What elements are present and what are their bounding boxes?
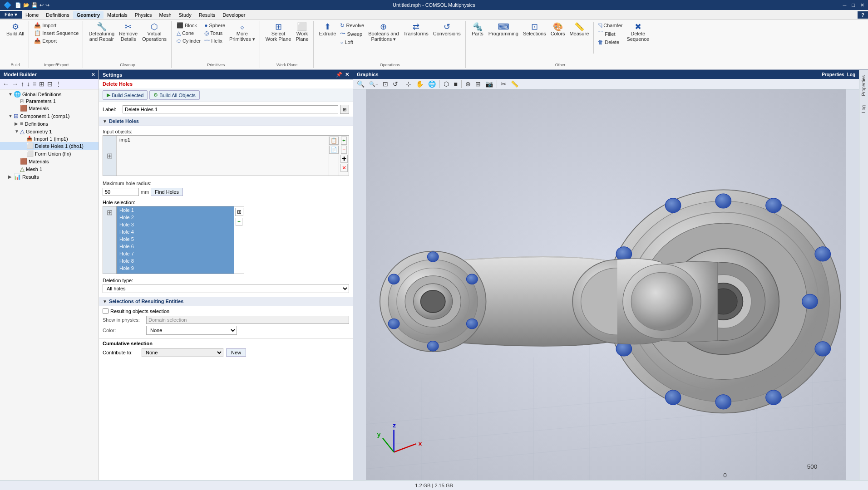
colors-btn[interactable]: 🎨 Colors [549, 22, 567, 37]
measure-btn[interactable]: 📏 Measure [567, 22, 591, 37]
hole-item-7[interactable]: Hole 7 [117, 250, 234, 257]
qa-open[interactable]: 📂 [23, 2, 30, 8]
gfx-pan-btn[interactable]: ✋ [414, 80, 425, 88]
ti-expand3[interactable]: ▼ [8, 113, 14, 118]
properties-tab-right[interactable]: Properties [860, 72, 868, 100]
hole-item-1[interactable]: Hole 1 [117, 206, 234, 214]
fillet-btn[interactable]: ⌒Fillet [597, 29, 624, 38]
gfx-measure-btn[interactable]: 📏 [509, 80, 520, 88]
tree-materials-global[interactable]: 🟫 Materials [0, 104, 99, 112]
qa-save[interactable]: 💾 [31, 2, 38, 8]
contribute-to-select[interactable]: None [142, 348, 223, 357]
menu-file[interactable]: File ▾ [0, 11, 22, 19]
new-btn[interactable]: New [226, 348, 246, 357]
delete-sequence-btn[interactable]: ✖ DeleteSequence [625, 22, 651, 43]
hole-item-6[interactable]: Hole 6 [117, 243, 234, 250]
qa-new[interactable]: 📄 [15, 2, 21, 8]
log-tab-right[interactable]: Log [860, 102, 868, 117]
menu-physics[interactable]: Physics [131, 11, 156, 19]
tree-component-1[interactable]: ▼ ⊞ Component 1 (comp1) [0, 112, 99, 120]
settings-pin-btn[interactable]: 📌 [336, 72, 342, 78]
menu-definitions[interactable]: Definitions [42, 11, 73, 19]
conversions-btn[interactable]: ↺ Conversions [431, 22, 463, 37]
delete-holes-section-header[interactable]: ▼ Delete Holes [99, 117, 353, 126]
hole-item-10[interactable]: Hole 10 [117, 272, 234, 274]
input-obj-imp1[interactable]: imp1 [117, 136, 329, 144]
cylinder-btn[interactable]: ⬭Cylinder [175, 37, 202, 44]
gfx-orbit-btn[interactable]: 🌐 [426, 80, 438, 88]
tree-results[interactable]: ▶ 📊 Results [0, 173, 99, 181]
work-plane-btn[interactable]: ⬜ WorkPlane [294, 22, 310, 43]
settings-label-icon-btn[interactable]: ⊞ [340, 105, 349, 114]
import-btn[interactable]: 📥 Import [33, 22, 58, 29]
build-all-objects-btn[interactable]: ⚙ Build All Objects [149, 90, 199, 100]
tree-form-union[interactable]: ⬜ Form Union (fin) [0, 150, 99, 157]
ti-expand4[interactable]: ▶ [15, 121, 20, 126]
parts-btn[interactable]: 🔩 Parts [469, 22, 486, 37]
settings-close-btn[interactable]: ✕ [345, 72, 349, 78]
gfx-axis-btn[interactable]: ⊕ [464, 80, 473, 88]
hole-item-8[interactable]: Hole 8 [117, 257, 234, 265]
insert-sequence-btn[interactable]: 📋 Insert Sequence [33, 29, 80, 37]
mb-list-btn[interactable]: ≡ [32, 80, 37, 88]
hole-item-5[interactable]: Hole 5 [117, 235, 234, 243]
model-builder-collapse[interactable]: ✕ [91, 72, 95, 77]
booleans-btn[interactable]: ⊕ Booleans andPartitions ▾ [366, 22, 400, 43]
menu-mesh[interactable]: Mesh [156, 11, 175, 19]
tree-geometry-1[interactable]: ▼ △ Geometry 1 [0, 127, 99, 135]
mb-expand-btn[interactable]: ⊞ [38, 80, 45, 88]
io-copy-btn[interactable]: 📋 [329, 137, 339, 145]
block-btn[interactable]: ⬛Block [175, 22, 202, 29]
torus-btn[interactable]: ◎Torus [203, 29, 227, 37]
tree-mesh-1[interactable]: △ Mesh 1 [0, 165, 99, 173]
find-holes-btn[interactable]: Find Holes [151, 188, 183, 196]
gfx-screenshot-btn[interactable]: 📷 [483, 80, 495, 88]
revolve-btn[interactable]: ↻Revolve [339, 22, 365, 29]
build-all-btn[interactable]: ⚙ Build All [5, 22, 26, 37]
cone-btn[interactable]: △Cone [175, 29, 202, 37]
close-btn[interactable]: ✕ [860, 2, 864, 8]
settings-delete-holes-link[interactable]: Delete Holes [99, 79, 353, 88]
help-btn[interactable]: ? [858, 11, 868, 19]
menu-home[interactable]: Home [22, 11, 42, 19]
export-btn[interactable]: 📤 Export [33, 37, 58, 44]
mb-menu-btn[interactable]: ⋮ [54, 80, 63, 88]
tree-definitions[interactable]: ▶ ≡ Definitions [0, 120, 99, 127]
tree-parameters-1[interactable]: Pi Parameters 1 [0, 98, 99, 104]
menu-materials[interactable]: Materials [104, 11, 131, 19]
maximize-btn[interactable]: □ [852, 2, 855, 8]
remove-details-btn[interactable]: ✂ RemoveDetails [117, 22, 139, 43]
ti-expand0[interactable]: ▼ [8, 92, 14, 97]
io-minus-btn[interactable]: − [341, 146, 347, 154]
sphere-btn[interactable]: ●Sphere [203, 22, 227, 29]
select-work-plane-btn[interactable]: ⊞ SelectWork Plane [264, 22, 293, 43]
virtual-ops-btn[interactable]: ⬡ VirtualOperations [140, 22, 168, 43]
sweep-btn[interactable]: 〜Sweep [339, 29, 365, 38]
color-select[interactable]: None Red Blue [146, 326, 237, 335]
gfx-grid-btn[interactable]: ⊞ [473, 80, 483, 88]
settings-label-input[interactable] [123, 105, 338, 113]
transforms-btn[interactable]: ⇄ Transforms [402, 22, 430, 37]
menu-developer[interactable]: Developer [219, 11, 249, 19]
menu-results[interactable]: Results [195, 11, 219, 19]
hole-item-3[interactable]: Hole 3 [117, 221, 234, 228]
menu-geometry[interactable]: Geometry [73, 11, 104, 19]
helix-btn[interactable]: 〰Helix [203, 37, 227, 44]
gfx-zoom-in-btn[interactable]: 🔍 [355, 80, 366, 88]
more-primitives-btn[interactable]: ⬦ MorePrimitives ▾ [227, 22, 257, 43]
hole-list[interactable]: Hole 1 Hole 2 Hole 3 Hole 4 Hole 5 Hole … [116, 206, 234, 274]
log-tab[interactable]: Log [847, 72, 855, 77]
io-x-btn[interactable]: ✕ [340, 164, 348, 172]
minimize-btn[interactable]: ─ [843, 2, 847, 8]
selections-btn[interactable]: ⊡ Selections [521, 22, 548, 37]
gfx-select-btn[interactable]: ⊹ [404, 80, 413, 88]
hole-item-2[interactable]: Hole 2 [117, 214, 234, 221]
qa-redo[interactable]: ↪ [45, 2, 49, 8]
hl-add-btn[interactable]: + [236, 218, 242, 226]
mb-down-btn[interactable]: ↓ [26, 80, 31, 88]
io-paste-btn[interactable]: 📄 [329, 146, 339, 154]
mb-forward-btn[interactable]: → [11, 80, 19, 88]
hole-radius-input[interactable] [103, 188, 139, 196]
hole-item-9[interactable]: Hole 9 [117, 265, 234, 272]
selections-section-header[interactable]: ▼ Selections of Resulting Entities [99, 297, 353, 306]
